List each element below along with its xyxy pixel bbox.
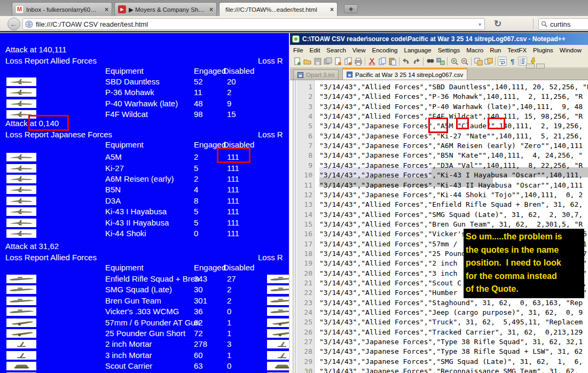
column-header-equipment: Equipment xyxy=(105,140,144,149)
engaged-value: 48 xyxy=(194,99,203,108)
equipment-name: P-36 Mohawk xyxy=(105,88,154,97)
close-file-icon[interactable] xyxy=(333,57,342,66)
screen: MInbox - fulkersonlarry60@gm...×▶▶ Moyer… xyxy=(0,0,588,373)
browser-tab[interactable]: MInbox - fulkersonlarry60@gm...× xyxy=(12,2,112,16)
menu-item-?[interactable]: ? xyxy=(585,47,588,53)
show-all-characters-icon[interactable]: ¶ xyxy=(508,57,517,66)
equipment-name: A5M xyxy=(105,152,122,161)
menu-item-search[interactable]: Search xyxy=(323,47,349,53)
browser-tab[interactable]: ▶▶ Moyers & Company Show 1...× xyxy=(114,2,217,16)
tab-close-icon[interactable]: × xyxy=(105,6,108,13)
csv-line[interactable]: "3/14/43","Japanese Forces","Type 38 Rif… xyxy=(319,347,583,356)
engaged-value: 11 xyxy=(194,88,202,97)
loss-report-title: Loss Report Allied Forces xyxy=(5,253,97,262)
loss-report-title: Loss Report Allied Forces xyxy=(5,56,97,65)
csv-line[interactable]: "3/14/43","Japanese Forces","B5N "Kate""… xyxy=(319,151,583,160)
menu-item-language[interactable]: Language xyxy=(401,47,434,53)
window-title: C:\TOAW CSV reader\source code\Pacific a… xyxy=(302,35,566,43)
engaged-value: 8 xyxy=(194,196,198,205)
aircraft-icon xyxy=(6,153,36,161)
tab-close-icon[interactable]: × xyxy=(209,6,213,13)
zoom-in-icon[interactable] xyxy=(450,57,459,66)
tooltip-line: So um.....the problem is xyxy=(466,230,582,244)
menu-item-settings[interactable]: Settings xyxy=(435,47,464,53)
tab-scroll-button[interactable] xyxy=(526,64,535,68)
csv-line[interactable]: "3/14/43","Allied Forces","F4F Wildcat",… xyxy=(319,112,583,121)
aircraft-icon xyxy=(6,77,36,86)
csv-line[interactable]: "3/14/43","Japanese Forces","D3A "Val"",… xyxy=(319,161,583,170)
csv-line[interactable]: "3/14/43","Allied Forces","P-40 Warhawk … xyxy=(319,102,583,112)
csv-line[interactable]: "3/14/43","Japanese Forces","Type 38 Rif… xyxy=(319,337,583,347)
mortar-icon xyxy=(6,340,36,348)
cut-icon[interactable] xyxy=(367,57,377,66)
undo-icon[interactable] xyxy=(402,57,411,66)
line-number: 12 xyxy=(296,190,312,200)
csv-line[interactable]: "3/14/43","Allied Forces","Tracked Carri… xyxy=(319,328,583,337)
tab-scroll-button[interactable] xyxy=(536,64,545,68)
csv-line[interactable]: "3/14/43","Japanese Forces","Ki-27 "Nate… xyxy=(319,131,583,141)
save-file-icon[interactable] xyxy=(313,57,322,66)
url-dropdown-icon[interactable]: ▾ xyxy=(477,21,482,27)
close-all-icon[interactable] xyxy=(343,57,352,66)
menu-item-edit[interactable]: Edit xyxy=(307,47,324,53)
aircraft-icon xyxy=(6,99,36,108)
csv-line[interactable]: "3/14/43","Allied Forces","Truck", 31, 6… xyxy=(319,317,583,327)
replace-icon[interactable] xyxy=(436,57,445,66)
csv-line[interactable]: "3/14/43","Allied Forces","Staghound", 3… xyxy=(319,298,583,308)
csv-line[interactable]: "3/14/43","Japanese Forces","SMG Squad (… xyxy=(319,357,583,367)
menu-item-encoding[interactable]: Encoding xyxy=(369,47,401,53)
csv-line[interactable]: "3/14/43","Japanese Forces","Ki-44 Shoki… xyxy=(319,190,583,200)
engaged-value: 343 xyxy=(194,274,207,283)
print-icon[interactable] xyxy=(354,57,363,66)
open-file-icon[interactable] xyxy=(303,57,312,66)
copy-icon[interactable] xyxy=(378,57,387,66)
menu-item-window[interactable]: Window xyxy=(556,47,585,53)
new-tab-button[interactable]: + xyxy=(344,4,358,13)
column-header-engaged: Engaged xyxy=(194,66,226,75)
sync-vertical-icon[interactable] xyxy=(474,57,483,66)
csv-line[interactable]: "3/14/43","Allied Forces","Bren Gun Team… xyxy=(319,220,583,229)
document-tab[interactable]: Opart 3.ini xyxy=(293,69,339,80)
equipment-name: Scout Carrier xyxy=(105,361,152,370)
csv-line[interactable]: "3/14/43","Allied Forces","P-36 Mohawk",… xyxy=(319,92,583,102)
line-number: 24 xyxy=(296,308,312,317)
csv-line[interactable]: "3/14/43","Allied Forces","SBD Dauntless… xyxy=(319,82,588,92)
csv-line[interactable]: "3/14/43","Japanese Forces","Reconnaissa… xyxy=(319,367,583,373)
menu-item-macro[interactable]: Macro xyxy=(463,47,487,53)
disabled-value: 111 xyxy=(227,185,239,194)
csv-line[interactable]: "3/14/43","Japanese Forces","Ki-43 II Ha… xyxy=(319,181,583,190)
find-icon[interactable] xyxy=(426,57,435,66)
engaged-value: 62 xyxy=(194,318,203,327)
redo-icon[interactable] xyxy=(412,57,421,66)
sync-horizontal-icon[interactable] xyxy=(484,57,493,66)
paste-icon[interactable] xyxy=(388,57,397,66)
document-tab[interactable]: Pacific at War 3 25 14 sitrepLog067.csv xyxy=(342,68,467,80)
word-wrap-icon[interactable] xyxy=(498,57,507,66)
csv-line[interactable]: "3/14/43","Japanese Forces","Ki-43 I Hay… xyxy=(319,170,583,180)
url-bar[interactable]: file:///C:/TOAW CSV reader/test.html ▾ xyxy=(22,18,485,30)
menu-item-view[interactable]: View xyxy=(349,47,369,53)
aircraft-icon xyxy=(6,197,36,205)
line-number: 25 xyxy=(296,317,312,327)
csv-line[interactable]: "3/14/43","Allied Forces","SMG Squad (La… xyxy=(319,210,583,220)
reload-button[interactable]: ↻ xyxy=(491,18,504,30)
equipment-name: Ki-43 I Hayabusa xyxy=(105,207,167,216)
browser-tab[interactable]: file:///C:/TOAW%...eader/test.html× xyxy=(219,2,338,16)
search-box[interactable]: curtins xyxy=(538,18,588,30)
menu-item-plugins[interactable]: Plugins xyxy=(530,47,556,53)
new-file-icon[interactable] xyxy=(293,57,302,66)
back-button[interactable]: ← xyxy=(7,18,20,30)
csv-line[interactable]: "3/14/43","Japanese Forces","A5M "Claude… xyxy=(319,121,583,131)
zoom-out-icon[interactable] xyxy=(460,57,469,66)
menu-item-file[interactable]: File xyxy=(290,47,307,53)
csv-line[interactable]: "3/14/43","Allied Forces","Enfield Rifle… xyxy=(319,200,583,209)
loss-report-title-truncated: Loss R xyxy=(258,130,283,139)
browser-tab-title: file:///C:/TOAW%...eader/test.html xyxy=(225,6,327,13)
notepadpp-titlebar[interactable]: C:\TOAW CSV reader\source code\Pacific a… xyxy=(290,33,588,45)
save-all-icon[interactable] xyxy=(323,57,332,66)
menu-item-run[interactable]: Run xyxy=(487,47,504,53)
menu-item-textfx[interactable]: TextFX xyxy=(504,47,530,53)
tab-close-icon[interactable]: × xyxy=(330,6,334,13)
csv-line[interactable]: "3/14/43","Allied Forces","Jeep (cargo p… xyxy=(319,308,583,317)
csv-line[interactable]: "3/14/43","Japanese Forces","A6M Reisen … xyxy=(319,141,583,151)
